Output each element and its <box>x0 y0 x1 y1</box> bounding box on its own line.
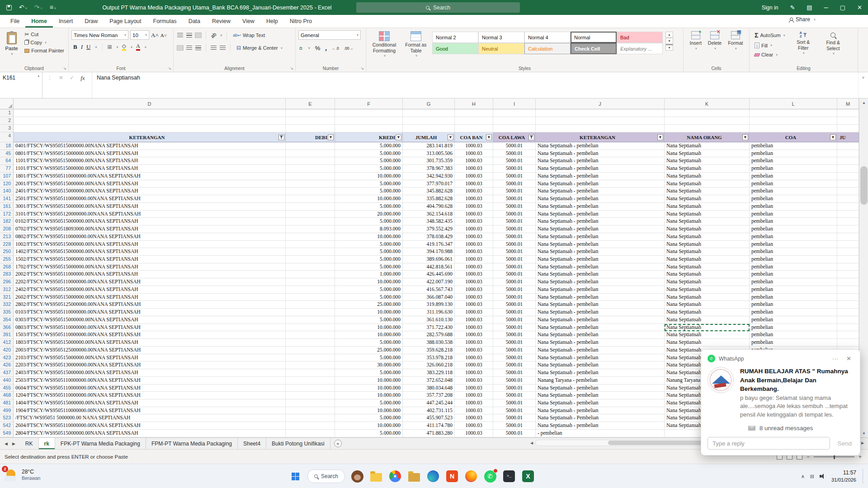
cell-k-3[interactable] <box>665 125 750 132</box>
column-header-g[interactable]: G <box>403 99 455 109</box>
column-header-m[interactable]: M <box>837 99 859 109</box>
tab-draw[interactable]: Draw <box>79 15 104 28</box>
cell-f-437[interactable]: 5.000.000 <box>335 369 403 377</box>
cell-j-141[interactable]: Nana Septiansah - pembelian <box>536 195 665 203</box>
cell-g-182[interactable]: 348.582.435 <box>403 218 455 225</box>
cell-j-468[interactable]: Nana Septiansah - pembelian <box>536 392 665 399</box>
taskbar-chrome-icon[interactable] <box>388 469 402 483</box>
name-box[interactable]: K161 ▾ <box>0 72 42 98</box>
cell-g-412[interactable]: 388.030.538 <box>403 339 455 347</box>
cell-m-161[interactable] <box>837 203 859 211</box>
tab-page-layout[interactable]: Page Layout <box>104 15 147 28</box>
cell-i-468[interactable]: 5000.01 <box>493 392 536 399</box>
cell-i-321[interactable]: 5000.01 <box>493 294 536 301</box>
cell-i-549[interactable]: 5000.01 <box>493 430 536 437</box>
cell-f-366[interactable]: 10.000.000 <box>335 324 403 332</box>
cell-e-250[interactable] <box>286 248 335 256</box>
cell-j-354[interactable]: Nana Septiansah - pembelian <box>536 316 665 324</box>
cell-l-140[interactable]: pembelian <box>750 188 837 195</box>
cell-f-332[interactable]: 25.000.000 <box>335 301 403 309</box>
cell-j-455[interactable]: Nana Septiansah - pembelian <box>536 385 665 392</box>
tray-network-icon[interactable]: ⊟ <box>810 474 814 479</box>
cell-j-296[interactable]: Nana Septiansah - pembelian <box>536 278 665 286</box>
clear-button[interactable]: Clear˅ <box>753 52 787 58</box>
cell-g-2[interactable] <box>403 117 455 125</box>
cell-f-481[interactable]: 5.000.000 <box>335 399 403 407</box>
cell-m-208[interactable] <box>837 225 859 233</box>
header-cell-coa-ban-h[interactable]: COA BAN▼ <box>455 132 493 142</box>
cell-m-77[interactable] <box>837 165 859 173</box>
taskbar-folder-app-icon[interactable] <box>407 469 421 483</box>
maximize-button[interactable]: ▢ <box>834 0 851 15</box>
cell-j-3[interactable] <box>536 125 665 132</box>
orientation-icon[interactable]: ab <box>210 31 217 39</box>
cell-g-140[interactable]: 345.882.628 <box>403 188 455 195</box>
cell-e-420[interactable] <box>286 347 335 354</box>
cell-g-542[interactable]: 411.174.780 <box>403 422 455 430</box>
cell-k-412[interactable]: Nana Septiansah <box>665 339 750 347</box>
cell-l-268[interactable]: pembelian <box>750 263 837 271</box>
align-top-icon[interactable] <box>177 33 183 38</box>
align-middle-icon[interactable] <box>186 33 192 38</box>
cell-f-391[interactable]: 10.000.000 <box>335 331 403 339</box>
cell-f-354[interactable]: 5.000.000 <box>335 316 403 324</box>
cell-g-283[interactable]: 426.445.690 <box>403 271 455 278</box>
cell-i-426[interactable]: 5000.01 <box>493 361 536 369</box>
paste-button[interactable]: Paste ˅ <box>3 30 20 56</box>
style-bad[interactable]: Bad <box>617 32 663 43</box>
cell-l-141[interactable]: pembelian <box>750 195 837 203</box>
cell-j-107[interactable]: Nana Septiansah - pembelian <box>536 173 665 180</box>
cell-i-228[interactable]: 5000.01 <box>493 241 536 249</box>
cell-j-366[interactable]: Nana Septiansah - pembelian <box>536 324 665 332</box>
cell-k-1[interactable] <box>665 109 750 117</box>
cell-m-335[interactable] <box>837 309 859 316</box>
cell-j-250[interactable]: Nana Septiansah - pembelian <box>536 248 665 256</box>
row-number-107[interactable]: 107 <box>0 173 14 180</box>
cell-i-172[interactable]: 5000.01 <box>493 211 536 218</box>
cell-i-335[interactable]: 5000.01 <box>493 309 536 316</box>
row-number-312[interactable]: 312 <box>0 286 14 294</box>
cell-g-312[interactable]: 416.567.743 <box>403 286 455 294</box>
cell-d-440[interactable]: 2503/FTSCY/WS9505110000000.00NANA SEPTIA… <box>14 377 286 385</box>
cell-e-426[interactable] <box>286 361 335 369</box>
increase-decimal-icon[interactable]: ←.0 <box>332 46 339 51</box>
cell-e-391[interactable] <box>286 331 335 339</box>
sheet-nav-right-icon[interactable]: ▶ <box>12 441 15 446</box>
cell-f-455[interactable]: 10.000.000 <box>335 385 403 392</box>
cell-k-140[interactable]: Nana Septiansah <box>665 188 750 195</box>
cell-h-3[interactable] <box>455 125 493 132</box>
cell-j-412[interactable]: Nana Septiansah - pembelian <box>536 339 665 347</box>
cell-d-107[interactable]: 1801/FTSCY/WS9505110000000.00NANA SEPTIA… <box>14 173 286 180</box>
cell-f-107[interactable]: 10.000.000 <box>335 173 403 180</box>
row-number-3[interactable]: 3 <box>0 125 14 132</box>
cell-f-2[interactable] <box>335 117 403 125</box>
cell-i-64[interactable]: 5000.01 <box>493 157 536 165</box>
cell-j-268[interactable]: Nana Septiansah - pembelian <box>536 263 665 271</box>
row-number-481[interactable]: 481 <box>0 399 14 407</box>
cell-i-268[interactable]: 5000.01 <box>493 263 536 271</box>
filter-button-e[interactable]: ▼ <box>328 134 334 140</box>
filter-button-g[interactable]: ▼ <box>448 134 453 140</box>
filter-button-l[interactable]: ▼ <box>830 134 836 140</box>
popup-more-icon[interactable]: ··· <box>830 355 840 362</box>
filter-button-k[interactable]: ▼ <box>742 134 748 140</box>
cell-j-420[interactable]: Nana Septiansah - pembelian <box>536 347 665 354</box>
format-cells-button[interactable]: ▦ Format˅ <box>726 30 745 65</box>
cell-m-172[interactable] <box>837 211 859 218</box>
cell-j-312[interactable]: Nana Septiansah - pembelian <box>536 286 665 294</box>
cell-d-366[interactable]: 0803/FTSCY/WS9505110000000.00NANA SEPTIA… <box>14 324 286 332</box>
cell-m-312[interactable] <box>837 286 859 294</box>
zoom-slider[interactable] <box>814 456 854 457</box>
cell-d-523[interactable]: /FTSCY/WS95051 5000000.00 NANA SEPTIANSA… <box>14 414 286 422</box>
cell-e-423[interactable] <box>286 354 335 362</box>
cell-g-228[interactable]: 419.176.347 <box>403 241 455 249</box>
cell-d-255[interactable]: 1502/FTSCY/WS950515000000.00NANA SEPTIAN… <box>14 256 286 263</box>
bold-button[interactable]: B <box>73 43 77 51</box>
cell-g-366[interactable]: 371.722.430 <box>403 324 455 332</box>
cell-m-1[interactable] <box>837 109 859 117</box>
cell-i-283[interactable]: 5000.01 <box>493 271 536 278</box>
cell-e-120[interactable] <box>286 180 335 188</box>
cell-m-140[interactable] <box>837 188 859 195</box>
weather-widget[interactable]: 2 28°C Berawan <box>4 468 40 482</box>
sign-in-button[interactable]: Sign in <box>756 0 784 15</box>
